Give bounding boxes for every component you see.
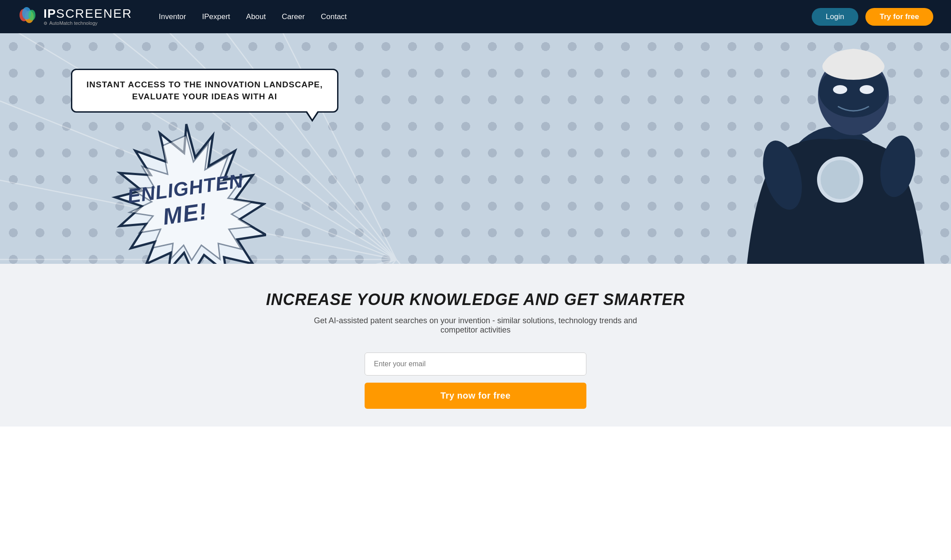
email-input[interactable] <box>365 352 586 376</box>
try-now-button[interactable]: Try now for free <box>365 383 586 409</box>
svg-point-27 <box>821 160 860 199</box>
logo-text: IP SCREENER AutoMatch technology <box>43 8 132 26</box>
content-section: INCREASE YOUR KNOWLEDGE AND GET SMARTER … <box>0 264 951 427</box>
logo-screener: SCREENER <box>56 8 132 20</box>
email-input-wrap <box>365 352 586 376</box>
logo-ip: IP <box>43 8 56 20</box>
comic-burst: ENLIGHTEN ME! <box>106 122 266 264</box>
hero-section: INSTANT ACCESS TO THE INNOVATION LANDSCA… <box>0 33 951 264</box>
speech-text: INSTANT ACCESS TO THE INNOVATION LANDSCA… <box>86 79 323 102</box>
logo: IP SCREENER AutoMatch technology <box>18 6 132 27</box>
nav-career[interactable]: Career <box>282 12 305 21</box>
svg-point-3 <box>28 10 35 20</box>
nav-buttons: Login Try for free <box>812 8 933 26</box>
svg-line-15 <box>396 259 476 264</box>
logo-icon <box>18 6 39 27</box>
content-subheading: Get AI-assisted patent searches on your … <box>307 316 644 335</box>
navbar: IP SCREENER AutoMatch technology Invento… <box>0 0 951 33</box>
nav-inventor[interactable]: Inventor <box>159 12 186 21</box>
content-heading: INCREASE YOUR KNOWLEDGE AND GET SMARTER <box>266 290 685 309</box>
nav-about[interactable]: About <box>246 12 266 21</box>
try-free-button[interactable]: Try for free <box>865 8 933 26</box>
speech-bubble: INSTANT ACCESS TO THE INNOVATION LANDSCA… <box>71 69 338 113</box>
svg-point-25 <box>860 85 874 94</box>
logo-subtitle: AutoMatch technology <box>43 21 132 26</box>
login-button[interactable]: Login <box>812 8 859 26</box>
nav-contact[interactable]: Contact <box>321 12 347 21</box>
hero-figure <box>720 42 951 264</box>
svg-point-24 <box>833 85 847 94</box>
nav-links: Inventor IPexpert About Career Contact <box>159 12 812 21</box>
nav-ipexpert[interactable]: IPexpert <box>202 12 230 21</box>
svg-line-14 <box>317 259 397 264</box>
